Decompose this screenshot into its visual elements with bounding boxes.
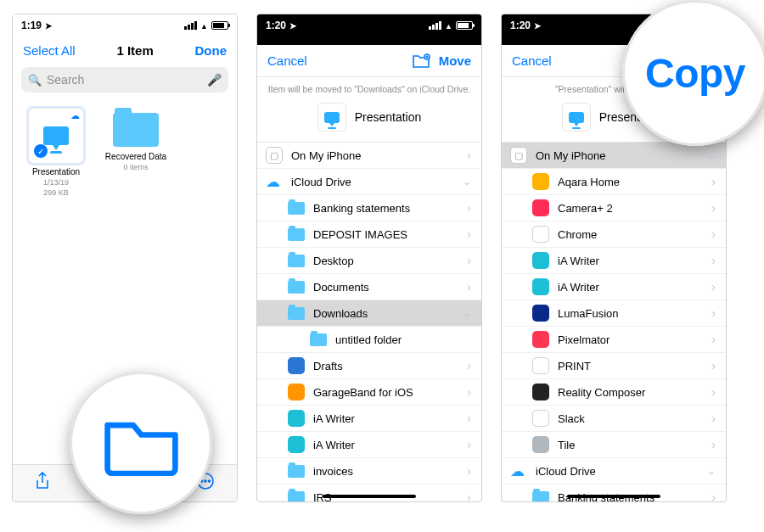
location-row[interactable]: iA Writer› [257,432,481,458]
mic-icon[interactable]: 🎤 [207,73,222,87]
location-icon: ➤ [534,21,541,31]
location-icon: ➤ [45,21,52,31]
row-label: Camera+ 2 [558,202,613,215]
location-row[interactable]: iA Writer› [502,274,726,300]
chevron-right-icon: › [711,359,716,372]
row-label: LumaFusion [558,307,619,320]
chevron-right-icon: › [467,201,471,215]
location-row[interactable]: ☁︎iCloud Drive⌄ [257,169,481,195]
location-row[interactable]: Pixelmator› [502,327,726,353]
location-row[interactable]: Reality Composer› [502,379,726,406]
done-button[interactable]: Done [195,43,228,58]
app-icon [532,436,549,453]
chevron-right-icon: › [711,280,716,294]
row-label: Slack [558,412,585,425]
cancel-button[interactable]: Cancel [267,53,307,68]
location-row[interactable]: iA Writer› [257,406,481,432]
share-button[interactable] [35,472,50,495]
folder-icon [288,491,305,503]
checkmark-icon: ✓ [34,144,48,158]
status-time: 1:20 [266,20,286,31]
location-row[interactable]: IRS› [257,484,481,502]
move-action-button[interactable]: Move [439,53,471,68]
location-row[interactable]: Drafts› [257,353,481,379]
folder-item-recovered[interactable]: Recovered Data 0 items [104,108,167,198]
location-row[interactable]: Banking statements› [502,484,726,502]
chevron-down-icon: ⌄ [463,176,471,188]
chevron-right-icon: › [467,148,471,162]
moving-item: Presentation [257,98,481,142]
location-row[interactable]: Banking statements› [257,195,481,221]
row-label: invoices [313,465,353,478]
location-row[interactable]: Slack› [502,406,726,432]
chevron-right-icon: › [467,359,471,372]
location-list[interactable]: ▢On My iPhone⌄Aqara Home›Camera+ 2›Chrom… [502,142,726,502]
phone-move-sheet: 1:20➤ Cancel Move Item will be moved to … [256,14,482,502]
select-all-button[interactable]: Select All [23,43,76,58]
row-label: Aqara Home [558,176,620,188]
location-row[interactable]: ▢On My iPhone› [257,143,481,169]
location-row[interactable]: Desktop› [257,248,481,274]
app-icon [532,252,549,269]
status-bar: 1:20➤ [257,14,481,36]
location-row[interactable]: Downloads⌄ [257,300,481,327]
row-label: Reality Composer [558,386,645,399]
zoom-move-icon [70,372,212,514]
folder-icon [532,491,549,503]
folder-icon [310,333,327,346]
location-row[interactable]: untitled folder [257,327,481,353]
location-row[interactable]: GarageBand for iOS› [257,379,481,406]
folder-name: Recovered Data [105,152,166,161]
row-label: PRINT [558,360,591,372]
location-row[interactable]: LumaFusion› [502,300,726,327]
location-row[interactable]: ▢On My iPhone⌄ [502,143,726,169]
status-time: 1:19 [21,20,42,31]
app-icon [288,436,305,453]
location-row[interactable]: DEPOSIT IMAGES› [257,221,481,248]
location-row[interactable]: Chrome› [502,221,726,248]
folder-icon [288,255,305,267]
location-row[interactable]: invoices› [257,458,481,484]
device-icon: ▢ [510,147,527,164]
keynote-icon [43,126,69,145]
page-title: 1 Item [116,43,153,58]
row-label: Documents [313,281,369,294]
chevron-right-icon: › [711,490,716,502]
chevron-right-icon: › [467,490,471,502]
folder-icon [288,202,305,215]
signal-icon [429,21,441,30]
row-label: Desktop [313,255,354,267]
row-label: GarageBand for iOS [313,386,413,399]
chevron-right-icon: › [711,438,716,451]
chevron-right-icon: › [467,464,471,478]
location-row[interactable]: Camera+ 2› [502,195,726,221]
wifi-icon [445,20,452,31]
location-row[interactable]: PRINT› [502,353,726,379]
chevron-down-icon: ⌄ [707,149,716,161]
search-input[interactable]: 🔍 Search 🎤 [21,67,228,92]
location-row[interactable]: Aqara Home› [502,169,726,195]
row-label: iCloud Drive [291,176,351,188]
row-label: Chrome [558,228,597,241]
folder-icon [288,307,305,320]
location-row[interactable]: Tile› [502,432,726,458]
new-folder-button[interactable] [412,53,430,69]
location-row[interactable]: iA Writer› [502,248,726,274]
search-placeholder: Search [47,73,84,87]
chevron-right-icon: › [467,438,471,451]
chevron-right-icon: › [711,175,716,188]
file-item-presentation[interactable]: ☁︎ ✓ Presentation 1/13/19299 KB [25,108,87,198]
location-list[interactable]: ▢On My iPhone›☁︎iCloud Drive⌄Banking sta… [257,142,481,502]
chevron-right-icon: › [711,333,716,346]
app-icon [532,305,549,322]
chevron-right-icon: › [467,385,471,399]
wifi-icon [200,20,208,31]
app-icon [288,384,305,400]
cancel-button[interactable]: Cancel [512,53,552,68]
location-row[interactable]: Documents› [257,274,481,300]
location-row[interactable]: ☁︎iCloud Drive⌄ [502,458,726,484]
app-icon [532,384,549,400]
home-indicator [323,495,416,498]
app-icon [532,331,549,348]
nav-bar: Select All 1 Item Done [13,36,237,64]
